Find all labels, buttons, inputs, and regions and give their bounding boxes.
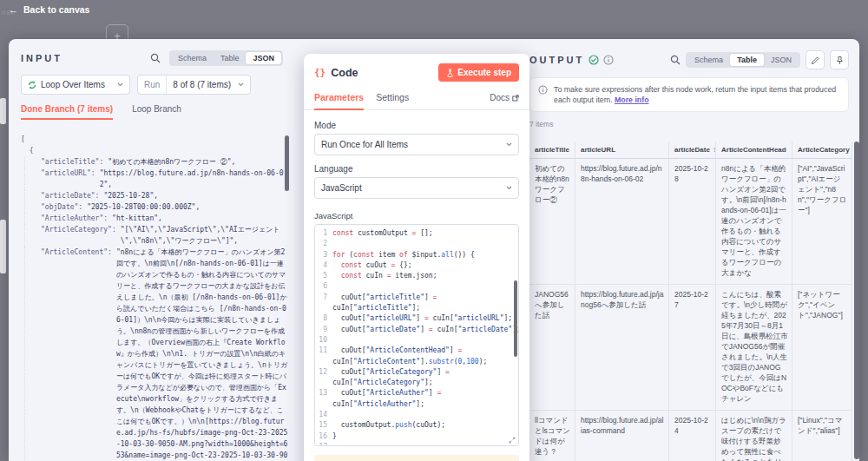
back-to-canvas-button[interactable]: ← Back to canvas	[9, 4, 89, 15]
flask-icon	[446, 69, 454, 77]
table-cell: n8nによる「本格的ワークフロー」のハンズオン第2回です。\n前回\n[/n8n…	[716, 159, 792, 285]
json-line: "ArticleContent":"n8nによる「本格的ワークフロー」のハンズオ…	[24, 247, 289, 461]
code-line: cuIn["ArticleCategory"];	[315, 378, 518, 388]
search-icon[interactable]	[670, 55, 681, 65]
column-header-ArticleContentHead[interactable]: ArticleContentHead	[716, 142, 792, 159]
docs-link[interactable]: Docs	[490, 93, 519, 102]
branch-tabs: Done Branch (7 items) Loop Branch	[21, 104, 283, 120]
json-line: "articleDate":"2025-10-28",	[24, 190, 289, 201]
execute-step-button[interactable]: Execute step	[438, 63, 519, 82]
canvas-node-sliver	[0, 98, 6, 124]
json-line: {	[21, 145, 289, 156]
input-source-select[interactable]: Loop Over Items	[21, 75, 130, 95]
tab-done-branch[interactable]: Done Branch (7 items)	[21, 104, 113, 120]
tab-schema[interactable]: Schema	[687, 54, 730, 66]
column-header-articleURL[interactable]: articleURL	[575, 142, 669, 159]
code-line: 6	[315, 281, 518, 292]
input-source-value: Loop Over Items	[41, 80, 105, 89]
code-editor[interactable]: 1const customOutput = [];2 3for (const i…	[314, 224, 519, 446]
pin-icon	[835, 56, 845, 65]
code-line: 11 cuOut["ArticleContentHead"] =	[315, 346, 518, 356]
code-line: 13 cuOut["ArticleAuther"] =	[315, 388, 518, 398]
tab-settings[interactable]: Settings	[376, 89, 409, 109]
code-line: 4 const cuOut = {};	[315, 260, 518, 271]
column-header-articleTitle[interactable]: articleTitle	[529, 142, 575, 159]
tab-table[interactable]: Table	[730, 54, 764, 66]
output-panel: OUTPUT Schema Table JSON	[521, 39, 859, 461]
table-cell: ["AI","JavaScript","AIエージェント","n8n","ワーク…	[792, 159, 852, 285]
code-line: 16}	[315, 431, 518, 442]
table-cell: 2025-10-28	[669, 159, 716, 285]
chevron-down-icon	[506, 142, 512, 147]
tab-json[interactable]: JSON	[246, 52, 281, 64]
output-scrollbar[interactable]	[854, 142, 859, 461]
language-value: JavaScript	[321, 183, 362, 193]
code-line: 3for (const item of $input.all()) {	[315, 250, 518, 260]
chevron-down-icon	[506, 186, 512, 190]
table-cell: 2025-10-27	[669, 285, 716, 411]
json-line: "articleURL":"https://blog.future.ad.jp/…	[24, 168, 289, 190]
table-cell: https://blog.future.ad.jp/janog56へ参加した話	[575, 285, 669, 411]
external-link-icon	[512, 95, 519, 102]
json-line: "ArticleCategory":"[\"AI\",\"JavaScript\…	[24, 224, 289, 247]
node-details-modal: INPUT Schema Table JSON Loop Over Items	[9, 39, 859, 461]
docs-label: Docs	[490, 93, 510, 102]
tab-table[interactable]: Table	[214, 52, 247, 64]
json-line: [	[21, 134, 289, 145]
table-cell: JANOG56へ参加した話	[529, 285, 575, 411]
chevron-down-icon	[117, 82, 123, 87]
code-line: 5 const cuIn = item.json;	[315, 271, 518, 281]
run-selector[interactable]: Run 8 of 8 (7 items)	[137, 75, 251, 95]
output-table: articleTitlearticleURLarticleDate↕Articl…	[529, 142, 852, 461]
table-cell: https://blog.future.ad.jp/alias-command	[575, 411, 669, 461]
mode-label: Mode	[314, 121, 519, 130]
loop-icon	[28, 81, 36, 89]
pin-data-button[interactable]	[830, 50, 849, 69]
input-view-switcher: Schema Table JSON	[169, 50, 283, 66]
run-value: 8 of 8 (7 items)	[173, 80, 231, 89]
json-line: "articleTitle":"初めての本格的n8nワークフロー ②",	[24, 156, 289, 168]
input-title: INPUT	[21, 53, 141, 63]
code-line: 12 cuOut["ArticleCategory"] =	[315, 367, 518, 378]
input-json-viewer[interactable]: [ {"articleTitle":"初めての本格的n8nワークフロー ②","…	[21, 134, 289, 461]
code-line: 7 cuOut["articleTitle"] =	[315, 293, 518, 303]
mode-select[interactable]: Run Once for All Items	[314, 134, 519, 155]
expand-editor-icon[interactable]	[509, 437, 516, 444]
language-select[interactable]: JavaScript	[314, 177, 519, 199]
json-line: "objDate":"2025-10-28T00:00:00.000Z",	[24, 201, 289, 213]
canvas-node-sliver	[0, 220, 6, 273]
more-info-link[interactable]: More info	[615, 95, 649, 104]
search-icon[interactable]	[150, 53, 161, 63]
chevron-down-icon	[238, 82, 244, 87]
table-cell: ["Linux","コマンド","alias"]	[792, 411, 852, 461]
input-scrollbar[interactable]	[285, 135, 289, 191]
execute-step-label: Execute step	[457, 68, 511, 77]
column-header-ArticleCategory[interactable]: ArticleCategory	[792, 142, 852, 159]
table-cell: 2025-10-24	[669, 411, 716, 461]
editor-scrollbar[interactable]	[514, 280, 517, 357]
output-title: OUTPUT	[529, 55, 584, 65]
output-view-switcher: Schema Table JSON	[686, 52, 800, 68]
info-icon	[603, 55, 614, 65]
column-header-articleDate[interactable]: articleDate↕	[669, 142, 716, 159]
table-cell: こんにちは、酸素です。\n少し時間が経ちましたが、2025年7月30日～8月1日…	[716, 285, 792, 411]
input-panel: INPUT Schema Table JSON Loop Over Items	[9, 39, 295, 461]
table-cell: ["ネットワーク","イベント","JANOG"]	[792, 285, 852, 411]
json-line: "ArticleAuther":"ht-kittan",	[24, 213, 289, 224]
table-cell: llコマンドとlsコマンドは何が違う？	[529, 411, 575, 461]
code-line: 10	[315, 335, 518, 346]
back-to-canvas-label: Back to canvas	[23, 4, 89, 15]
code-line: 2	[315, 239, 518, 249]
code-line: 9 cuOut["articleDate"] = cuIn["articleDa…	[315, 325, 518, 335]
tab-loop-branch[interactable]: Loop Branch	[132, 104, 181, 120]
tab-schema[interactable]: Schema	[171, 52, 214, 64]
tab-parameters[interactable]: Parameters	[314, 89, 364, 110]
edit-output-button[interactable]	[806, 50, 825, 69]
success-check-icon	[589, 55, 599, 65]
tab-json[interactable]: JSON	[764, 54, 799, 66]
code-node-card: {} Code Execute step Parameters Settings…	[304, 54, 529, 461]
code-line: 8 cuOut["articleURL"] = cuIn["articleURL…	[315, 313, 518, 324]
output-callout: To make sure expressions after this node…	[529, 77, 849, 112]
code-line: 1const customOutput = [];	[315, 228, 518, 239]
table-cell: 初めての本格的n8nワークフロー②	[529, 159, 575, 285]
